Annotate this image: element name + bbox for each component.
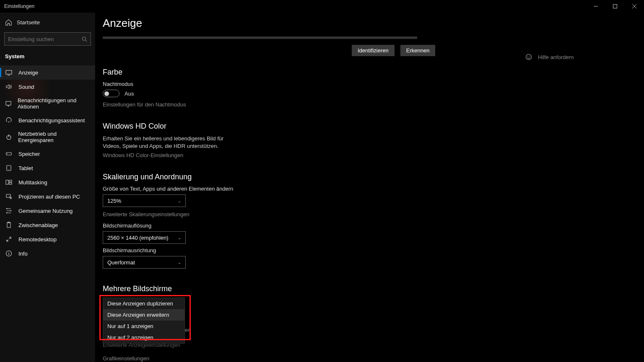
- option-extend[interactable]: Diese Anzeigen erweitern: [103, 309, 184, 321]
- partial-obscured-text: en: [185, 327, 191, 333]
- orientation-dropdown[interactable]: Querformat ⌄: [103, 256, 186, 269]
- sidebar-item-power[interactable]: Netzbetrieb und Energiesparen: [0, 127, 95, 147]
- nightmode-label: Nachtmodus: [103, 81, 644, 87]
- sidebar-item-multitasking[interactable]: Multitasking: [0, 175, 95, 189]
- chevron-down-icon: ⌄: [178, 260, 181, 265]
- sound-icon: [5, 83, 13, 90]
- graphics-settings-link[interactable]: Grafikeinstellungen: [103, 355, 149, 362]
- orientation-value: Querformat: [107, 259, 135, 266]
- svg-rect-8: [6, 101, 11, 105]
- svg-rect-17: [9, 180, 12, 182]
- section-scaling: Skalierung und Anordnung: [103, 173, 644, 181]
- section-multiple-displays: Mehrere Bildschirme: [103, 284, 644, 293]
- resolution-dropdown[interactable]: 2560 × 1440 (empfohlen) ⌄: [103, 231, 186, 244]
- chevron-down-icon: ⌄: [178, 235, 181, 240]
- sidebar-item-sound[interactable]: Sound: [0, 80, 95, 94]
- home-label: Startseite: [17, 19, 40, 26]
- multiple-displays-dropdown-popup[interactable]: Diese Anzeigen duplizieren Diese Anzeige…: [103, 297, 185, 344]
- window-title: Einstellungen: [0, 3, 34, 9]
- sidebar-item-focus-assist[interactable]: Benachrichtigungsassistent: [0, 113, 95, 127]
- svg-point-15: [8, 169, 9, 170]
- sidebar-item-label: Netzbetrieb und Energiesparen: [18, 131, 90, 143]
- sidebar-item-clipboard[interactable]: Zwischenablage: [0, 218, 95, 232]
- notification-icon: [5, 100, 12, 107]
- svg-rect-6: [6, 70, 12, 74]
- sidebar-item-anzeige[interactable]: Anzeige: [0, 65, 95, 80]
- minimize-button[interactable]: [586, 0, 605, 13]
- svg-rect-16: [6, 180, 8, 184]
- svg-rect-18: [9, 183, 12, 184]
- svg-point-13: [7, 153, 8, 154]
- svg-point-20: [6, 208, 8, 209]
- tablet-icon: [5, 164, 13, 172]
- search-box[interactable]: [4, 32, 91, 46]
- sidebar-item-label: Gemeinsame Nutzung: [18, 208, 73, 214]
- sidebar-item-label: Benachrichtigungen und Aktionen: [18, 97, 90, 110]
- storage-icon: [5, 150, 13, 158]
- resolution-value: 2560 × 1440 (empfohlen): [107, 235, 169, 241]
- section-hdcolor: Windows HD Color: [103, 122, 644, 131]
- scale-label: Größe von Text, Apps und anderen Element…: [103, 186, 644, 192]
- resolution-label: Bildschirmauflösung: [103, 222, 644, 229]
- sidebar-item-label: Multitasking: [18, 179, 47, 186]
- option-only-1[interactable]: Nur auf 1 anzeigen: [103, 321, 184, 332]
- hdcolor-description: Erhalten Sie ein helleres und lebendiger…: [103, 135, 233, 150]
- nightmode-settings-link[interactable]: Einstellungen für den Nachtmodus: [103, 101, 186, 108]
- nightmode-state: Aus: [125, 90, 134, 97]
- close-button[interactable]: [625, 0, 644, 13]
- sidebar-item-notifications[interactable]: Benachrichtigungen und Aktionen: [0, 94, 95, 113]
- scale-dropdown[interactable]: 125% ⌄: [103, 194, 186, 207]
- maximize-button[interactable]: [605, 0, 625, 13]
- focus-icon: [5, 116, 13, 124]
- nightmode-toggle[interactable]: [103, 90, 119, 97]
- search-icon: [82, 36, 87, 42]
- search-input[interactable]: [8, 36, 82, 42]
- sidebar-item-label: Anzeige: [18, 70, 38, 76]
- svg-point-21: [10, 210, 12, 212]
- sidebar: Startseite System Anzeige Sound Benachri…: [0, 13, 95, 362]
- help-icon: [525, 54, 532, 60]
- home-link[interactable]: Startseite: [0, 16, 95, 29]
- clipboard-icon: [5, 221, 13, 229]
- sidebar-item-label: Speicher: [18, 151, 40, 157]
- orientation-label: Bildschirmausrichtung: [103, 247, 644, 253]
- remote-icon: [5, 235, 13, 243]
- monitor-preview-bar: [103, 36, 417, 39]
- sidebar-item-label: Benachrichtigungsassistent: [18, 117, 85, 124]
- sidebar-item-projecting[interactable]: Projizieren auf diesen PC: [0, 189, 95, 204]
- svg-point-28: [526, 54, 532, 60]
- advanced-scale-link[interactable]: Erweiterte Skalierungseinstellungen: [103, 211, 190, 217]
- scale-value: 125%: [107, 198, 121, 204]
- sidebar-item-label: Projizieren auf diesen PC: [18, 194, 80, 200]
- sidebar-item-tablet[interactable]: Tablet: [0, 161, 95, 175]
- chevron-down-icon: ⌄: [178, 199, 181, 203]
- help-link[interactable]: Hilfe anfordern: [525, 54, 574, 60]
- svg-point-4: [82, 37, 86, 40]
- section-color: Farbe: [103, 68, 644, 77]
- svg-point-22: [6, 212, 8, 214]
- display-icon: [5, 69, 13, 76]
- info-icon: [5, 250, 13, 257]
- content-area: Anzeige Identifizieren Erkennen Farbe Na…: [95, 13, 644, 362]
- svg-rect-1: [613, 5, 617, 8]
- share-icon: [5, 207, 13, 215]
- titlebar: Einstellungen: [0, 0, 644, 13]
- svg-rect-23: [7, 222, 10, 228]
- sidebar-item-label: Zwischenablage: [18, 222, 58, 228]
- sidebar-item-storage[interactable]: Speicher: [0, 147, 95, 161]
- multitasking-icon: [5, 178, 13, 186]
- option-duplicate[interactable]: Diese Anzeigen duplizieren: [103, 298, 184, 309]
- svg-line-5: [86, 40, 87, 41]
- sidebar-item-label: Remotedesktop: [18, 236, 57, 243]
- sidebar-item-about[interactable]: Info: [0, 246, 95, 261]
- page-title: Anzeige: [103, 17, 644, 30]
- sidebar-item-shared[interactable]: Gemeinsame Nutzung: [0, 204, 95, 218]
- help-label: Hilfe anfordern: [538, 54, 574, 60]
- sidebar-item-remote[interactable]: Remotedesktop: [0, 232, 95, 246]
- power-icon: [5, 133, 12, 141]
- detect-button[interactable]: Erkennen: [400, 45, 436, 56]
- identify-button[interactable]: Identifizieren: [352, 45, 395, 56]
- sidebar-item-label: Tablet: [18, 165, 33, 171]
- hdcolor-settings-link[interactable]: Windows HD Color-Einstellungen: [103, 152, 183, 158]
- option-only-2[interactable]: Nur auf 2 anzeigen: [103, 332, 184, 343]
